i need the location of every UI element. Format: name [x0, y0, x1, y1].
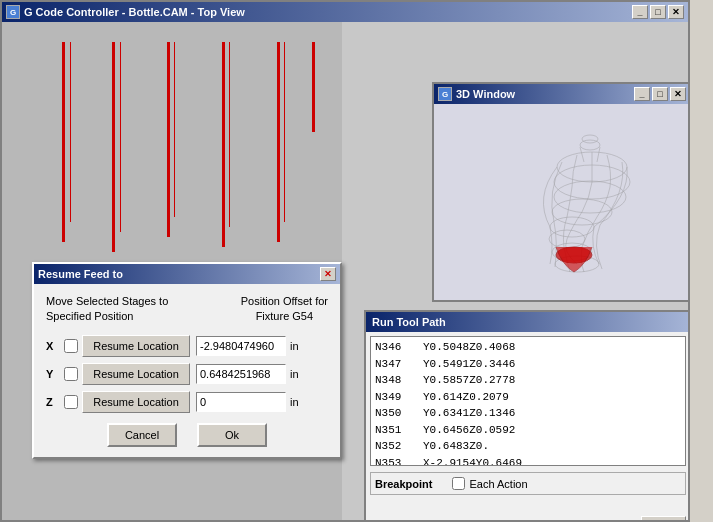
dialog-body: Move Selected Stages toSpecified Positio… [34, 284, 340, 457]
gcode-line-num: N348 [375, 372, 415, 389]
svg-point-8 [580, 140, 600, 150]
z-axis-label: Z [46, 396, 64, 408]
dialog-header-row: Move Selected Stages toSpecified Positio… [46, 294, 328, 325]
x-resume-button[interactable]: Resume Location [82, 335, 190, 357]
x-axis-label: X [46, 340, 64, 352]
gcode-row: N349 Y0.614Z0.2079 [375, 389, 681, 406]
z-checkbox[interactable] [64, 395, 78, 409]
main-title: G Code Controller - Bottle.CAM - Top Vie… [24, 6, 632, 18]
y-checkbox[interactable] [64, 367, 78, 381]
window-3d-title-text: 3D Window [456, 88, 634, 100]
x-checkbox[interactable] [64, 339, 78, 353]
gcode-line-num: N350 [375, 405, 415, 422]
maximize-button[interactable]: □ [650, 5, 666, 19]
cam-path-line [277, 42, 280, 242]
gcode-cmd: Y0.6456Z0.0592 [423, 422, 515, 439]
main-title-bar: G G Code Controller - Bottle.CAM - Top V… [2, 2, 688, 22]
close-button[interactable]: ✕ [668, 5, 684, 19]
dialog-title: Resume Feed to [38, 268, 320, 280]
dialog-header-left: Move Selected Stages toSpecified Positio… [46, 294, 168, 325]
svg-point-2 [554, 181, 626, 213]
z-field-row: Z Resume Location in [46, 391, 328, 413]
cam-path-line [229, 42, 230, 227]
gcode-row: N350 Y0.6341Z0.1346 [375, 405, 681, 422]
window-3d-title-bar: G 3D Window _ □ ✕ [434, 84, 688, 104]
breakpoint-label: Breakpoint [375, 478, 432, 490]
breakpoint-section: Breakpoint Each Action Displa [370, 472, 686, 495]
cam-path-line [174, 42, 175, 217]
display-button[interactable]: Displa [641, 516, 686, 520]
svg-point-9 [582, 135, 598, 143]
window-3d-minimize[interactable]: _ [634, 87, 650, 101]
run-tool-title-text: Run Tool Path [372, 316, 446, 328]
main-window-controls: _ □ ✕ [632, 5, 684, 19]
y-field-row: Y Resume Location in [46, 363, 328, 385]
minimize-button[interactable]: _ [632, 5, 648, 19]
window-3d-close[interactable]: ✕ [670, 87, 686, 101]
cancel-button[interactable]: Cancel [107, 423, 177, 447]
gcode-cmd: Y0.6341Z0.1346 [423, 405, 515, 422]
gcode-row: N351 Y0.6456Z0.0592 [375, 422, 681, 439]
cam-path-line [112, 42, 115, 252]
dialog-close-button[interactable]: ✕ [320, 267, 336, 281]
main-window: G G Code Controller - Bottle.CAM - Top V… [0, 0, 690, 522]
cam-path-line [167, 42, 170, 237]
x-unit-label: in [290, 340, 299, 352]
dialog-title-bar: Resume Feed to ✕ [34, 264, 340, 284]
gcode-cmd: Y0.5857Z0.2778 [423, 372, 515, 389]
gcode-line-num: N346 [375, 339, 415, 356]
cam-path-line [120, 42, 121, 232]
gcode-line-num: N351 [375, 422, 415, 439]
gcode-row: N353 X-2.9154Y0.6469 [375, 455, 681, 467]
window-3d-maximize[interactable]: □ [652, 87, 668, 101]
cam-path-line [222, 42, 225, 247]
cam-path-line [312, 42, 315, 132]
gcode-line-num: N347 [375, 356, 415, 373]
window-3d: G 3D Window _ □ ✕ [432, 82, 688, 302]
each-action-label: Each Action [469, 478, 527, 490]
dialog-buttons: Cancel Ok [46, 423, 328, 447]
y-unit-label: in [290, 368, 299, 380]
window-3d-controls: _ □ ✕ [634, 87, 686, 101]
cam-path-line [70, 42, 71, 222]
z-resume-button[interactable]: Resume Location [82, 391, 190, 413]
ok-button[interactable]: Ok [197, 423, 267, 447]
gcode-cmd: Y0.6483Z0. [423, 438, 489, 455]
y-axis-label: Y [46, 368, 64, 380]
x-field-row: X Resume Location in [46, 335, 328, 357]
each-action-checkbox[interactable] [452, 477, 465, 490]
z-value-input[interactable] [196, 392, 286, 412]
gcode-line-num: N353 [375, 455, 415, 467]
resume-feed-dialog: Resume Feed to ✕ Move Selected Stages to… [32, 262, 342, 459]
y-value-input[interactable] [196, 364, 286, 384]
z-unit-label: in [290, 396, 299, 408]
gcode-cmd: Y0.5491Z0.3446 [423, 356, 515, 373]
y-resume-button[interactable]: Resume Location [82, 363, 190, 385]
run-tool-panel: Run Tool Path N346 Y0.5048Z0.4068 N347 Y… [364, 310, 688, 520]
main-content-area: G 3D Window _ □ ✕ [2, 22, 688, 520]
window-3d-icon: G [438, 87, 452, 101]
gcode-cmd: Y0.5048Z0.4068 [423, 339, 515, 356]
x-value-input[interactable] [196, 336, 286, 356]
run-tool-title: Run Tool Path [366, 312, 688, 332]
cam-path-line [62, 42, 65, 242]
gcode-row: N348 Y0.5857Z0.2778 [375, 372, 681, 389]
gcode-cmd: Y0.614Z0.2079 [423, 389, 509, 406]
gcode-cmd: X-2.9154Y0.6469 [423, 455, 522, 467]
gcode-row: N352 Y0.6483Z0. [375, 438, 681, 455]
window-3d-content [434, 104, 688, 300]
gcode-row: N346 Y0.5048Z0.4068 [375, 339, 681, 356]
gcode-line-num: N349 [375, 389, 415, 406]
main-window-icon: G [6, 5, 20, 19]
gcode-line-num: N352 [375, 438, 415, 455]
run-tool-content: N346 Y0.5048Z0.4068 N347 Y0.5491Z0.3446 … [366, 332, 688, 520]
cam-path-line [284, 42, 285, 222]
gcode-list[interactable]: N346 Y0.5048Z0.4068 N347 Y0.5491Z0.3446 … [370, 336, 686, 466]
bottle-wireframe [462, 117, 662, 287]
each-action-row: Each Action [452, 477, 527, 490]
dialog-header-right: Position Offset forFixture G54 [241, 294, 328, 325]
gcode-row: N347 Y0.5491Z0.3446 [375, 356, 681, 373]
